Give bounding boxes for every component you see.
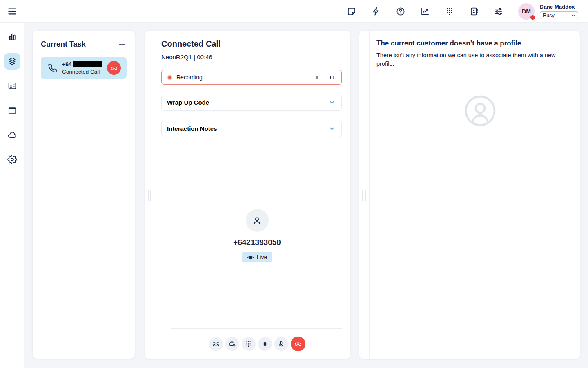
rail-item-cloud[interactable]	[4, 127, 20, 143]
user-block: DM Dane Maddox Busy	[518, 3, 578, 20]
help-button[interactable]	[396, 7, 405, 16]
left-rail	[0, 23, 24, 368]
chevron-down-icon	[327, 98, 336, 107]
no-profile-description: There isn’t any information we can use t…	[376, 51, 568, 68]
notes-icon	[347, 7, 356, 16]
topbar-icon-row	[347, 7, 503, 16]
rail-item-settings[interactable]	[4, 151, 20, 168]
mute-button[interactable]	[274, 337, 288, 351]
rail-item-window[interactable]	[4, 102, 20, 119]
wrap-up-code-label: Wrap Up Code	[167, 99, 209, 106]
status-select[interactable]: Busy	[540, 11, 578, 19]
hold-pause-icon	[261, 340, 269, 348]
user-circle-icon	[463, 94, 497, 128]
quick-actions-button[interactable]	[371, 7, 381, 16]
transfer-icon	[212, 340, 220, 348]
person-icon	[252, 215, 263, 226]
contact-card-icon	[7, 81, 17, 91]
contacts-button[interactable]	[469, 7, 479, 16]
analytics-button[interactable]	[420, 7, 430, 16]
voicemail-drop-icon	[228, 340, 236, 348]
main-area: Current Task +64 Connected Call	[24, 23, 588, 368]
hamburger-menu-icon	[7, 6, 18, 17]
no-profile-title: The current customer doesn’t have a prof…	[376, 39, 568, 47]
notes-button[interactable]	[347, 7, 356, 16]
pause-recording-button[interactable]	[313, 73, 321, 81]
status-select-value: Busy	[543, 13, 555, 18]
panel-resize-gutter	[359, 31, 370, 359]
window-icon	[7, 105, 17, 115]
waveform-icon	[247, 255, 254, 260]
layers-icon	[7, 56, 17, 66]
bar-chart-icon	[7, 32, 17, 42]
rail-item-dashboard[interactable]	[4, 29, 20, 45]
task-card[interactable]: +64 Connected Call	[41, 57, 127, 79]
add-task-button[interactable]	[118, 40, 127, 49]
menu-button[interactable]	[7, 6, 18, 17]
cloud-icon	[7, 130, 17, 140]
profile-placeholder	[380, 94, 580, 128]
task-status-label: Connected Call	[62, 69, 102, 75]
chevron-down-icon	[571, 13, 576, 18]
panel-drag-handle[interactable]	[148, 190, 151, 201]
dialpad-icon	[245, 340, 252, 348]
plus-icon	[118, 40, 127, 49]
dialpad-icon	[445, 7, 454, 16]
busy-status-dot	[530, 15, 535, 20]
avatar[interactable]: DM	[518, 3, 535, 20]
chevron-down-icon	[327, 124, 336, 133]
dialpad-button[interactable]	[445, 7, 454, 16]
quick-actions-icon	[371, 7, 381, 16]
wrap-up-code-expander[interactable]: Wrap Up Code	[161, 94, 342, 111]
recording-label: Recording	[176, 74, 203, 81]
call-controls	[164, 337, 350, 351]
avatar-initials: DM	[522, 8, 531, 15]
end-call-icon	[294, 340, 302, 348]
voicemail-drop-button[interactable]	[225, 337, 239, 351]
mute-mic-icon	[277, 340, 285, 348]
settings-sliders-icon	[494, 7, 503, 16]
rail-item-tasks[interactable]	[4, 53, 20, 70]
settings-sliders-button[interactable]	[494, 7, 503, 16]
phone-icon	[48, 63, 57, 73]
dialpad-button[interactable]	[242, 337, 256, 351]
app-root: DM Dane Maddox Busy	[0, 0, 588, 368]
contacts-icon	[469, 7, 479, 16]
panel-drag-handle[interactable]	[362, 190, 366, 201]
caller-block: +6421393050 Live	[164, 209, 350, 262]
task-end-call-button[interactable]	[107, 61, 121, 75]
current-task-title: Current Task	[41, 40, 86, 49]
help-icon	[396, 7, 405, 16]
end-call-button[interactable]	[291, 337, 305, 351]
hold-button[interactable]	[258, 337, 272, 351]
pause-icon	[313, 74, 321, 81]
stop-recording-button[interactable]	[328, 73, 336, 81]
caller-avatar	[246, 209, 269, 232]
current-task-panel: Current Task +64 Connected Call	[33, 31, 135, 359]
stop-icon	[328, 74, 336, 81]
rail-item-contacts[interactable]	[4, 78, 20, 94]
gear-icon	[7, 155, 17, 164]
live-label: Live	[257, 254, 267, 260]
topbar: DM Dane Maddox Busy	[0, 0, 588, 23]
end-call-icon	[110, 64, 118, 72]
caller-phone-number: +6421393050	[164, 238, 350, 247]
connected-call-panel: Connected Call NeonR2Q1 | 00:46 Recordin…	[145, 31, 350, 359]
transfer-button[interactable]	[209, 337, 223, 351]
task-phone-prefix: +64	[62, 61, 72, 67]
divider	[171, 328, 342, 329]
call-info: NeonR2Q1 | 00:46	[161, 54, 342, 61]
redacted-phone-number	[73, 61, 102, 67]
user-name: Dane Maddox	[540, 4, 578, 10]
recording-dot-icon	[167, 75, 172, 80]
analytics-icon	[420, 7, 430, 16]
live-badge: Live	[242, 252, 273, 262]
interaction-notes-label: Interaction Notes	[167, 125, 217, 132]
customer-profile-panel: The current customer doesn’t have a prof…	[359, 31, 580, 359]
recording-bar: Recording	[161, 70, 342, 85]
call-panel-title: Connected Call	[161, 39, 342, 49]
interaction-notes-expander[interactable]: Interaction Notes	[161, 120, 342, 137]
panel-resize-gutter	[145, 31, 154, 359]
